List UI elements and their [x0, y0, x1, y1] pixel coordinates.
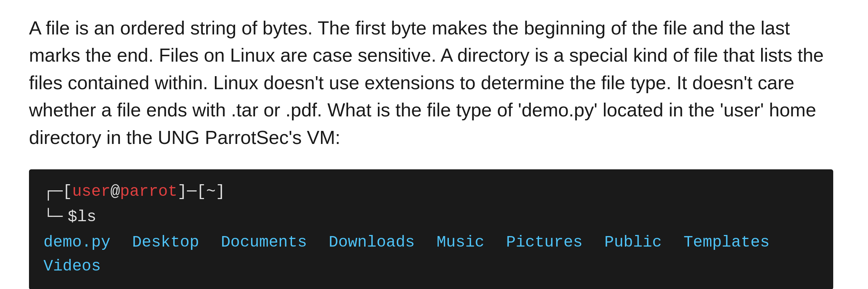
output-pictures: Pictures — [506, 230, 583, 254]
output-desktop: Desktop — [132, 230, 199, 254]
output-public: Public — [604, 230, 662, 254]
terminal-prompt-line: ┌─[ user @ parrot ]─[ ~ ] — [43, 179, 819, 203]
prompt-at: @ — [110, 179, 120, 203]
terminal-window: ┌─[ user @ parrot ]─[ ~ ] └─ $ls demo.py… — [29, 169, 833, 289]
output-downloads: Downloads — [329, 230, 415, 254]
output-documents: Documents — [221, 230, 307, 254]
prompt-host: parrot — [120, 179, 177, 203]
output-demo-py: demo.py — [43, 230, 110, 254]
output-templates: Templates — [684, 230, 770, 254]
terminal-command-line: └─ $ls — [43, 205, 819, 229]
output-videos: Videos — [43, 254, 101, 278]
output-music: Music — [437, 230, 484, 254]
prompt-tilde: ~ — [206, 179, 216, 203]
prompt-bracket-open: ┌─[ — [43, 179, 72, 203]
prompt-user: user — [72, 179, 110, 203]
prompt-bracket-middle: ]─[ — [178, 179, 206, 203]
question-paragraph: A file is an ordered string of bytes. Th… — [29, 15, 833, 151]
terminal-command: $ls — [68, 205, 96, 229]
prompt-arrow: └─ — [43, 205, 63, 229]
prompt-bracket-close: ] — [216, 179, 225, 203]
terminal-output-line: demo.py Desktop Documents Downloads Musi… — [43, 230, 819, 278]
main-content: A file is an ordered string of bytes. Th… — [29, 15, 839, 289]
